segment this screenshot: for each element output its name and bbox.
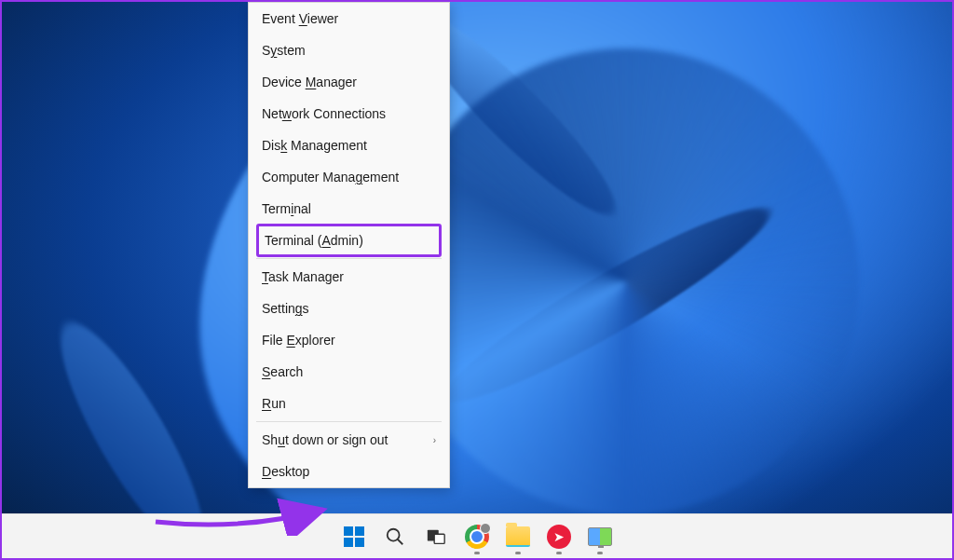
svg-rect-1 [355,526,364,536]
red-app-icon: ➤ [547,525,571,549]
svg-rect-3 [355,538,364,547]
svg-rect-2 [344,538,353,547]
chrome-button[interactable] [458,518,496,555]
start-button[interactable] [335,518,373,555]
menu-desktop[interactable]: Desktop [249,456,449,487]
menu-item-label: Event Viewer [262,11,338,26]
menu-device-manager[interactable]: Device Manager [249,66,449,98]
menu-item-label: Task Manager [262,269,344,284]
svg-rect-0 [344,526,353,536]
menu-terminal-admin[interactable]: Terminal (Admin) [256,224,442,257]
menu-task-manager[interactable]: Task Manager [249,261,449,293]
menu-item-label: Desktop [262,464,309,479]
menu-computer-management[interactable]: Computer Management [249,161,449,193]
taskbar: ➤ [2,513,952,558]
app-red-button[interactable]: ➤ [540,518,578,555]
desktop-wallpaper [2,2,952,558]
file-explorer-button[interactable] [499,518,537,555]
svg-line-5 [398,539,403,544]
control-panel-button[interactable] [581,518,619,555]
search-icon [385,526,405,547]
menu-item-label: Computer Management [262,170,399,184]
winx-context-menu: Event ViewerSystemDevice ManagerNetwork … [248,2,450,488]
svg-point-4 [388,528,400,540]
menu-network-connections[interactable]: Network Connections [249,98,449,130]
menu-shutdown[interactable]: Shut down or sign out› [249,424,449,456]
menu-file-explorer[interactable]: File Explorer [249,324,449,356]
menu-terminal[interactable]: Terminal [249,193,449,225]
menu-item-label: Shut down or sign out [262,432,388,447]
menu-settings[interactable]: Settings [249,293,449,324]
folder-icon [506,526,530,547]
control-panel-icon [588,527,612,546]
search-button[interactable] [376,518,414,555]
menu-item-label: Search [262,364,303,379]
menu-run[interactable]: Run [249,388,449,419]
menu-item-label: Run [262,396,286,411]
task-view-button[interactable] [417,518,455,555]
menu-item-label: Disk Management [262,138,367,153]
menu-item-label: Terminal [262,201,311,216]
menu-search[interactable]: Search [249,356,449,388]
menu-system[interactable]: System [249,34,449,66]
menu-separator [256,258,442,259]
svg-rect-7 [434,534,444,543]
menu-disk-management[interactable]: Disk Management [249,130,449,161]
task-view-icon [426,526,446,547]
menu-item-label: Settings [262,301,309,316]
menu-item-label: System [262,43,306,58]
menu-item-label: File Explorer [262,333,335,348]
menu-event-viewer[interactable]: Event Viewer [249,3,449,34]
annotation-arrow [151,499,337,540]
chevron-right-icon: › [433,435,436,445]
windows-logo-icon [343,526,365,548]
chrome-icon [465,525,489,549]
menu-item-label: Network Connections [262,106,386,121]
menu-item-label: Terminal (Admin) [265,233,363,248]
menu-separator [256,421,442,422]
menu-item-label: Device Manager [262,75,357,89]
